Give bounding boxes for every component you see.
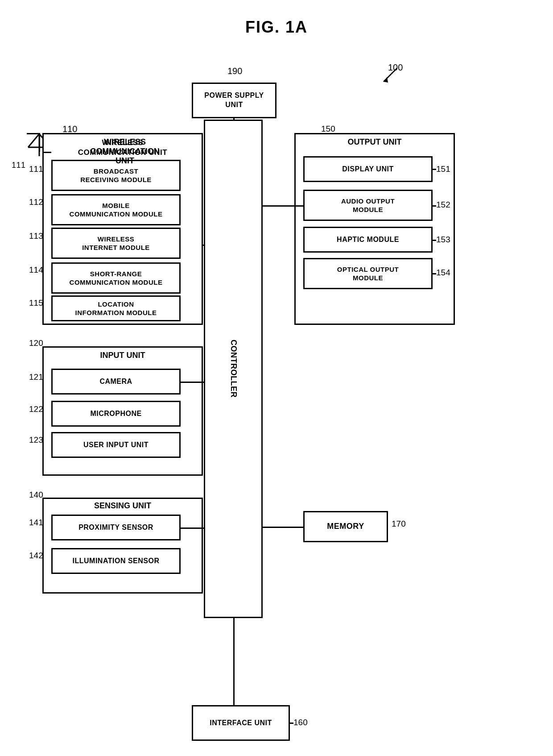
display-box: DISPLAY UNIT: [303, 156, 433, 182]
line-154: [433, 273, 436, 274]
line-antenna-to-wireless: [42, 152, 51, 153]
label-170: 170: [392, 519, 406, 529]
sensing-unit-title: SENSING UNIT: [89, 501, 156, 511]
label-153: 153: [436, 235, 450, 245]
mobile-comm-box: MOBILE COMMUNICATION MODULE: [51, 194, 181, 225]
user-input-box: USER INPUT UNIT: [51, 432, 181, 458]
label-114: 114: [29, 265, 43, 275]
interface-box: INTERFACE UNIT: [192, 705, 290, 741]
wireless-internet-box: WIRELESS INTERNET MODULE: [51, 228, 181, 259]
output-unit-title: OUTPUT UNIT: [330, 137, 419, 147]
microphone-box: MICROPHONE: [51, 401, 181, 427]
label-152: 152: [436, 200, 450, 210]
label-112: 112: [29, 197, 43, 207]
label-123: 123: [29, 435, 43, 445]
camera-box: CAMERA: [51, 369, 181, 395]
diagram: FIG. 1A 100 190 POWER SUPPLY UNIT 180 11…: [0, 0, 553, 756]
label-154: 154: [436, 268, 450, 278]
proximity-box: PROXIMITY SENSOR: [51, 515, 181, 540]
line-151: [433, 169, 436, 170]
sensing-unit-border: [42, 498, 203, 594]
wireless-comm-title: WIRELESSCOMMUNICATION UNIT: [89, 137, 161, 166]
line-antenna-horiz: [27, 133, 39, 134]
label-160: 160: [293, 718, 308, 727]
label-115: 115: [29, 298, 43, 308]
short-range-box: SHORT-RANGE COMMUNICATION MODULE: [51, 262, 181, 294]
label-141: 141: [29, 518, 43, 528]
label-113: 113: [29, 231, 43, 241]
haptic-box: HAPTIC MODULE: [303, 227, 433, 253]
power-supply-box: POWER SUPPLY UNIT: [192, 83, 276, 118]
label-140: 140: [29, 490, 43, 500]
illumination-box: ILLUMINATION SENSOR: [51, 548, 181, 574]
arrow-100: [375, 66, 401, 84]
line-ctrl-to-interface: [233, 618, 235, 705]
line-ctrl-to-memory: [263, 527, 303, 528]
label-190: 190: [227, 66, 242, 76]
line-interface-label: [290, 723, 293, 724]
label-120: 120: [29, 338, 43, 348]
audio-output-box: AUDIO OUTPUT MODULE: [303, 190, 433, 221]
memory-box: MEMORY: [303, 511, 388, 542]
input-unit-title: INPUT UNIT: [87, 351, 158, 360]
label-111: 111: [29, 164, 43, 174]
label-142: 142: [29, 551, 43, 561]
label-121: 121: [29, 372, 43, 382]
label-122: 122: [29, 404, 43, 414]
label-151: 151: [436, 164, 450, 174]
controller-box: CONTROLLER: [204, 120, 263, 618]
label-111: 111: [12, 160, 26, 170]
label-150: 150: [321, 124, 335, 134]
line-ctrl-to-output: [263, 205, 303, 207]
line-152: [433, 205, 436, 207]
svg-line-1: [28, 134, 39, 147]
optical-output-box: OPTICAL OUTPUT MODULE: [303, 258, 433, 289]
fig-title: FIG. 1A: [245, 18, 308, 37]
line-153: [433, 240, 436, 241]
location-box: LOCATION INFORMATION MODULE: [51, 295, 181, 321]
line-antenna-vert: [39, 133, 40, 152]
